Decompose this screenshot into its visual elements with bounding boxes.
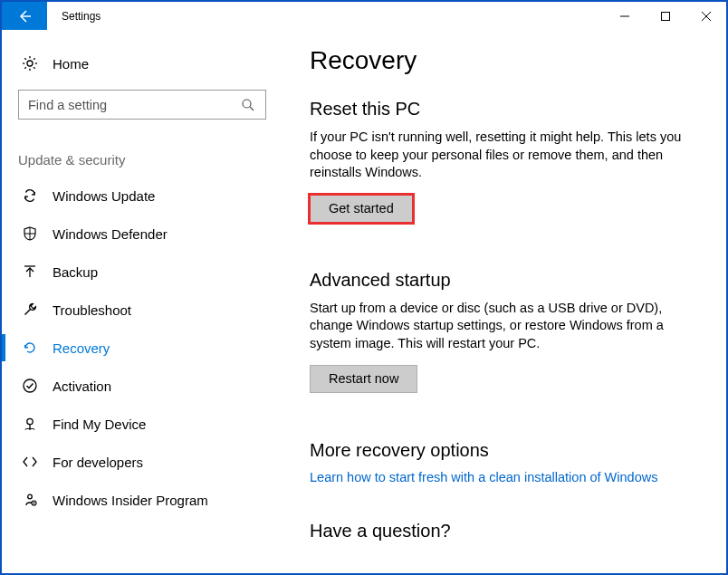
location-icon xyxy=(22,416,38,432)
svg-point-1 xyxy=(27,61,33,66)
page-title: Recovery xyxy=(310,46,708,75)
sync-icon xyxy=(22,187,38,204)
sidebar-item-find-my-device[interactable]: Find My Device xyxy=(2,405,283,443)
section-description: If your PC isn't running well, resetting… xyxy=(310,129,690,182)
sidebar-nav: Windows Update Windows Defender Backup T… xyxy=(2,177,283,519)
section-title: More recovery options xyxy=(310,440,708,461)
get-started-button[interactable]: Get started xyxy=(310,195,413,223)
sidebar-item-insider-program[interactable]: Windows Insider Program xyxy=(2,481,283,519)
arrow-left-icon xyxy=(16,8,33,24)
svg-point-5 xyxy=(28,494,33,499)
section-advanced-startup: Advanced startup Start up from a device … xyxy=(310,270,708,394)
sidebar-category: Update & security xyxy=(18,152,266,168)
sidebar-item-windows-update[interactable]: Windows Update xyxy=(2,177,283,215)
section-more-recovery: More recovery options Learn how to start… xyxy=(310,440,708,484)
sidebar-item-recovery[interactable]: Recovery xyxy=(2,329,283,367)
section-description: Start up from a device or disc (such as … xyxy=(310,300,690,353)
search-input[interactable]: Find a setting xyxy=(18,90,266,120)
sidebar-item-activation[interactable]: Activation xyxy=(2,367,283,405)
learn-fresh-install-link[interactable]: Learn how to start fresh with a clean in… xyxy=(310,470,708,484)
sidebar-item-label: Find My Device xyxy=(53,417,146,432)
maximize-icon xyxy=(657,8,674,24)
check-circle-icon xyxy=(22,378,38,394)
titlebar: Settings xyxy=(2,2,726,30)
home-label: Home xyxy=(53,56,89,72)
main-panel: Recovery Reset this PC If your PC isn't … xyxy=(283,30,726,573)
minimize-icon xyxy=(617,8,633,24)
restart-now-button[interactable]: Restart now xyxy=(310,365,417,393)
sidebar-item-backup[interactable]: Backup xyxy=(2,253,283,291)
section-question: Have a question? xyxy=(310,521,708,541)
sidebar-item-label: Activation xyxy=(53,379,111,394)
wrench-icon xyxy=(22,302,38,318)
sidebar: Home Find a setting Update & security Wi… xyxy=(2,30,283,573)
svg-point-2 xyxy=(243,100,251,108)
sidebar-item-label: Windows Defender xyxy=(53,226,168,242)
svg-point-3 xyxy=(24,379,36,392)
sidebar-item-for-developers[interactable]: For developers xyxy=(2,443,283,481)
shield-icon xyxy=(22,225,38,242)
close-icon xyxy=(698,8,714,24)
section-title: Have a question? xyxy=(310,521,708,541)
minimize-button[interactable] xyxy=(604,2,645,30)
recovery-icon xyxy=(22,340,38,356)
svg-rect-0 xyxy=(661,12,669,20)
search-icon xyxy=(240,97,256,113)
section-title: Reset this PC xyxy=(310,99,708,120)
close-button[interactable] xyxy=(685,2,726,30)
home-button[interactable]: Home xyxy=(18,48,266,82)
sidebar-item-label: Troubleshoot xyxy=(53,302,131,318)
sidebar-item-label: For developers xyxy=(53,455,143,470)
gear-icon xyxy=(22,55,38,72)
insider-icon xyxy=(22,492,38,508)
developer-icon xyxy=(22,454,38,470)
maximize-button[interactable] xyxy=(645,2,685,30)
sidebar-item-label: Recovery xyxy=(53,340,110,356)
sidebar-item-windows-defender[interactable]: Windows Defender xyxy=(2,215,283,253)
section-title: Advanced startup xyxy=(310,270,708,291)
search-placeholder: Find a setting xyxy=(28,98,240,112)
window-title: Settings xyxy=(62,10,101,23)
section-reset-pc: Reset this PC If your PC isn't running w… xyxy=(310,99,708,223)
sidebar-item-label: Windows Update xyxy=(53,188,155,204)
svg-point-4 xyxy=(27,418,33,424)
sidebar-item-label: Backup xyxy=(53,264,98,280)
back-button[interactable] xyxy=(2,2,47,30)
window-controls xyxy=(604,2,726,30)
backup-icon xyxy=(22,264,38,280)
sidebar-item-label: Windows Insider Program xyxy=(53,493,208,508)
sidebar-item-troubleshoot[interactable]: Troubleshoot xyxy=(2,291,283,329)
